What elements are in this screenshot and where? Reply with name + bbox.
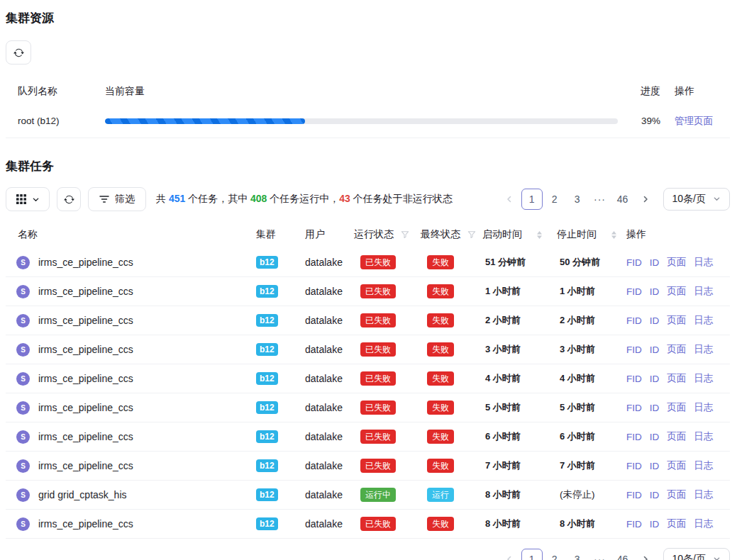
summary-running-count: 408 [250, 193, 267, 204]
cluster-badge: b12 [256, 459, 278, 472]
start-time: 1 小时前 [481, 285, 555, 298]
final-status-cell: 失败 [419, 284, 481, 298]
column-settings-button[interactable] [6, 187, 50, 211]
op-link-log[interactable]: 日志 [694, 372, 713, 385]
col-user: 用户 [304, 228, 353, 241]
op-link-fid[interactable]: FID [626, 257, 642, 268]
final-status-badge: 失败 [427, 313, 454, 327]
page-button-46[interactable]: 46 [612, 189, 633, 210]
op-link-page[interactable]: 页面 [667, 430, 686, 443]
run-status-cell: 已失败 [353, 517, 419, 531]
cluster-cell: b12 [255, 372, 304, 385]
op-link-id[interactable]: ID [650, 315, 660, 326]
table-row: S irms_ce_pipeline_ccs b12 datalake 已失败 … [6, 393, 730, 422]
avatar: S [16, 430, 30, 444]
op-link-log[interactable]: 日志 [694, 459, 713, 472]
op-link-page[interactable]: 页面 [667, 488, 686, 501]
col-action: 操作 [666, 85, 730, 98]
sort-carets-icon[interactable] [611, 231, 617, 239]
op-link-fid[interactable]: FID [626, 315, 642, 326]
op-link-fid[interactable]: FID [626, 374, 642, 384]
col-ops-label: 操作 [626, 228, 646, 241]
op-link-id[interactable]: ID [650, 374, 660, 384]
user-cell: datalake [304, 518, 353, 530]
op-link-fid[interactable]: FID [626, 432, 642, 442]
table-row: S irms_ce_pipeline_ccs b12 datalake 已失败 … [6, 335, 730, 364]
op-link-id[interactable]: ID [650, 286, 660, 297]
page-button-3[interactable]: 3 [567, 189, 588, 210]
task-name-cell: S irms_ce_pipeline_ccs [6, 517, 255, 531]
user-cell: datalake [304, 286, 353, 297]
op-link-page[interactable]: 页面 [667, 343, 686, 356]
page-ellipsis[interactable]: ··· [589, 549, 611, 560]
op-link-log[interactable]: 日志 [694, 256, 713, 269]
col-stop-time: 停止时间 [555, 228, 625, 241]
op-link-id[interactable]: ID [650, 461, 660, 471]
op-link-id[interactable]: ID [650, 345, 660, 355]
page-button-3[interactable]: 3 [567, 549, 588, 560]
start-time: 4 小时前 [481, 372, 555, 385]
run-status-badge: 已失败 [360, 284, 396, 298]
op-link-id[interactable]: ID [650, 519, 660, 530]
final-status-badge: 失败 [427, 459, 454, 473]
progress-value: 39% [621, 116, 666, 126]
user-cell: datalake [304, 315, 353, 326]
run-status-cell: 已失败 [353, 371, 419, 386]
op-link-log[interactable]: 日志 [694, 285, 713, 298]
op-link-page[interactable]: 页面 [667, 401, 686, 414]
page-button-2[interactable]: 2 [544, 549, 565, 560]
col-current-capacity: 当前容量 [105, 85, 621, 98]
next-page-button[interactable] [635, 189, 656, 210]
col-run-status: 运行状态 [353, 228, 419, 241]
summary-nonrunning-count: 43 [339, 193, 350, 204]
op-link-id[interactable]: ID [650, 257, 660, 268]
filter-funnel-icon[interactable] [467, 230, 476, 239]
op-link-fid[interactable]: FID [626, 519, 642, 530]
row-ops: FIDID页面日志 [625, 488, 730, 501]
page-size-select[interactable]: 10条/页 [663, 188, 730, 211]
op-link-page[interactable]: 页面 [667, 256, 686, 269]
op-link-page[interactable]: 页面 [667, 314, 686, 327]
final-status-cell: 失败 [419, 313, 481, 327]
user-cell: datalake [304, 431, 353, 442]
op-link-id[interactable]: ID [650, 432, 660, 442]
prev-page-button[interactable] [499, 549, 520, 560]
op-link-log[interactable]: 日志 [694, 314, 713, 327]
op-link-id[interactable]: ID [650, 490, 660, 500]
filter-funnel-icon[interactable] [401, 230, 409, 239]
resources-refresh-button[interactable] [6, 40, 31, 65]
sort-carets-icon[interactable] [536, 231, 543, 239]
op-link-id[interactable]: ID [650, 403, 660, 413]
op-link-log[interactable]: 日志 [694, 488, 713, 501]
op-link-page[interactable]: 页面 [667, 459, 686, 472]
run-status-badge: 已失败 [360, 342, 396, 357]
page-size-select[interactable]: 10条/页 [663, 548, 730, 560]
op-link-page[interactable]: 页面 [667, 285, 686, 298]
task-name-cell: S irms_ce_pipeline_ccs [6, 285, 255, 298]
page: 集群资源 队列名称 当前容量 进度 操作 root (b12) 39% 管理页面… [0, 0, 737, 560]
op-link-log[interactable]: 日志 [694, 343, 713, 356]
refresh-icon [13, 47, 24, 58]
op-link-fid[interactable]: FID [626, 461, 642, 471]
page-button-1[interactable]: 1 [521, 549, 543, 560]
prev-page-button[interactable] [499, 189, 520, 210]
op-link-page[interactable]: 页面 [667, 517, 686, 530]
page-button-1[interactable]: 1 [521, 189, 543, 210]
op-link-fid[interactable]: FID [626, 286, 642, 297]
op-link-fid[interactable]: FID [626, 345, 642, 355]
op-link-log[interactable]: 日志 [694, 430, 713, 443]
page-button-2[interactable]: 2 [544, 189, 565, 210]
next-page-button[interactable] [635, 549, 656, 560]
run-status-badge: 已失败 [360, 430, 396, 444]
op-link-fid[interactable]: FID [626, 403, 642, 413]
tasks-refresh-button[interactable] [57, 187, 81, 211]
col-final-status-label: 最终状态 [421, 228, 460, 241]
op-link-fid[interactable]: FID [626, 490, 642, 500]
op-link-log[interactable]: 日志 [694, 517, 713, 530]
page-button-46[interactable]: 46 [612, 549, 633, 560]
op-link-log[interactable]: 日志 [694, 401, 713, 414]
filter-button[interactable]: 筛选 [88, 187, 146, 211]
op-link-page[interactable]: 页面 [667, 372, 686, 385]
page-ellipsis[interactable]: ··· [589, 189, 611, 210]
manage-page-link[interactable]: 管理页面 [675, 116, 713, 126]
